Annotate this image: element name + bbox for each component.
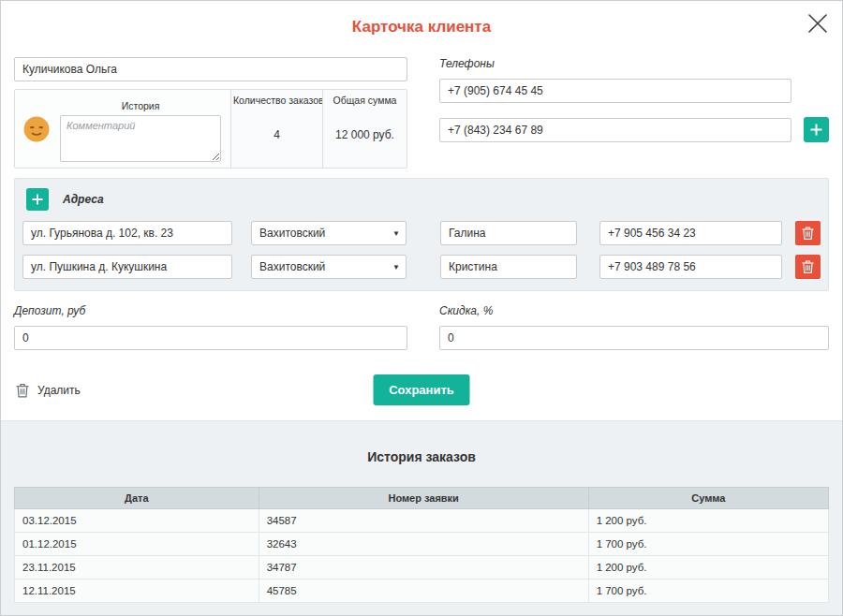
add-phone-button[interactable] — [804, 117, 829, 142]
cell-order-number: 32643 — [259, 533, 588, 556]
address-row: Вахитовский ▼ — [22, 221, 821, 245]
table-row: 03.12.2015 34587 1 200 руб. — [15, 509, 829, 533]
phones-label: Телефоны — [439, 57, 829, 70]
address-input[interactable] — [22, 221, 232, 245]
deposit-input[interactable] — [14, 326, 407, 350]
orders-count-value: 4 — [231, 110, 322, 168]
client-card-modal: Карточка клиента — [1, 1, 842, 420]
order-history-table: Дата Номер заявки Сумма 03.12.2015 34587… — [14, 487, 829, 603]
add-address-button[interactable] — [26, 188, 49, 211]
total-sum-label: Общая сумма — [323, 90, 407, 110]
comment-textarea[interactable] — [60, 115, 221, 162]
column-header-order-number: Номер заявки — [259, 488, 588, 509]
orders-count-label: Количество заказов — [231, 90, 322, 110]
smiley-icon — [22, 115, 51, 143]
order-history-title: История заказов — [14, 449, 829, 464]
plus-icon — [810, 124, 822, 136]
close-icon — [806, 12, 829, 35]
client-summary-box: История Количество заказов 4 Общая сумма… — [14, 89, 407, 169]
action-row: Удалить Сохранить — [14, 374, 829, 405]
modal-title: Карточка клиента — [14, 18, 829, 37]
client-name-input[interactable] — [14, 57, 407, 81]
finance-section: Депозит, руб Скидка, % — [14, 304, 829, 350]
column-header-date: Дата — [15, 488, 259, 509]
cell-sum: 1 700 руб. — [588, 533, 828, 556]
cell-date: 01.12.2015 — [15, 533, 259, 556]
phone-input[interactable] — [439, 118, 791, 142]
contact-phone-input[interactable] — [599, 221, 782, 245]
discount-input[interactable] — [439, 326, 829, 350]
trash-icon — [802, 227, 814, 240]
contact-name-input[interactable] — [440, 221, 577, 245]
cell-date: 03.12.2015 — [15, 509, 259, 533]
total-sum-value: 12 000 руб. — [323, 110, 407, 168]
trash-icon — [16, 383, 29, 398]
save-button[interactable]: Сохранить — [374, 374, 470, 405]
delete-client-label: Удалить — [37, 384, 81, 397]
district-select[interactable]: Вахитовский — [251, 221, 407, 245]
addresses-label: Адреса — [63, 193, 104, 206]
table-row: 12.11.2015 45785 1 700 руб. — [15, 579, 829, 603]
address-row: Вахитовский ▼ — [22, 255, 821, 279]
phone-input[interactable] — [439, 79, 791, 103]
address-input[interactable] — [22, 255, 232, 279]
client-form: История Количество заказов 4 Общая сумма… — [14, 57, 829, 169]
table-row: 01.12.2015 32643 1 700 руб. — [15, 533, 829, 556]
table-row: 23.11.2015 34787 1 200 руб. — [15, 556, 829, 579]
addresses-section: Адреса Вахитовский ▼ — [14, 178, 829, 291]
table-header-row: Дата Номер заявки Сумма — [15, 488, 829, 509]
discount-label: Скидка, % — [439, 304, 829, 317]
cell-sum: 1 200 руб. — [588, 509, 828, 533]
cell-sum: 1 200 руб. — [588, 556, 828, 579]
contact-phone-input[interactable] — [599, 255, 782, 279]
cell-order-number: 34587 — [259, 509, 588, 533]
cell-date: 12.11.2015 — [15, 579, 259, 603]
cell-order-number: 45785 — [259, 579, 588, 603]
cell-date: 23.11.2015 — [15, 556, 259, 579]
column-header-sum: Сумма — [588, 488, 828, 509]
district-select[interactable]: Вахитовский — [251, 255, 407, 279]
plus-icon — [32, 194, 43, 205]
trash-icon — [802, 260, 814, 273]
close-button[interactable] — [803, 8, 833, 41]
deposit-label: Депозит, руб — [14, 304, 407, 317]
delete-client-button[interactable]: Удалить — [16, 383, 81, 398]
order-history-section: История заказов Дата Номер заявки Сумма … — [1, 420, 842, 615]
history-label: История — [60, 95, 221, 115]
delete-address-button[interactable] — [795, 255, 821, 279]
cell-order-number: 34787 — [259, 556, 588, 579]
delete-address-button[interactable] — [795, 221, 821, 245]
cell-sum: 1 700 руб. — [588, 579, 828, 603]
contact-name-input[interactable] — [440, 255, 577, 279]
